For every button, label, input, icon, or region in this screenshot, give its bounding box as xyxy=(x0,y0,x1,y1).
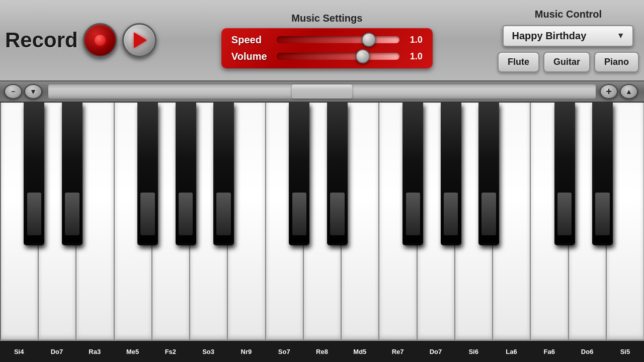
key-label-6: Nr9 xyxy=(227,348,265,355)
speed-row: Speed 1.0 xyxy=(231,34,423,46)
speed-label: Speed xyxy=(231,34,272,46)
speed-thumb[interactable] xyxy=(362,33,376,47)
key-label-16: Si5 xyxy=(606,348,644,355)
settings-title: Music Settings xyxy=(291,13,362,24)
key-label-1: Do7 xyxy=(38,348,75,355)
black-key-0[interactable] xyxy=(24,103,44,245)
key-label-12: Si6 xyxy=(455,348,493,355)
speed-slider[interactable] xyxy=(277,36,399,43)
record-section: Record xyxy=(5,23,156,57)
key-label-4: Fs2 xyxy=(151,348,189,355)
up-icon: ▲ xyxy=(625,87,632,96)
volume-label: Volume xyxy=(231,51,272,62)
black-key-6[interactable] xyxy=(327,103,348,245)
minus-icon: − xyxy=(11,87,15,96)
instrument-buttons: Flute Guitar Piano xyxy=(498,52,639,72)
black-key-7[interactable] xyxy=(403,103,423,245)
key-labels-bar: Si4Do7Ra3Me5Fs2So3Nr9So7Re8Md5Re7Do7Si6L… xyxy=(0,341,644,362)
key-label-11: Do7 xyxy=(417,348,454,355)
black-key-1[interactable] xyxy=(62,103,83,245)
black-key-4[interactable] xyxy=(213,103,234,245)
key-label-7: So7 xyxy=(265,348,303,355)
black-key-10[interactable] xyxy=(554,103,575,245)
volume-slider[interactable] xyxy=(277,53,399,60)
song-dropdown[interactable]: Happy Birthday ▼ xyxy=(503,25,633,47)
key-label-3: Me5 xyxy=(114,348,151,355)
play-icon xyxy=(134,32,147,48)
piano-keys xyxy=(0,103,644,341)
record-button[interactable] xyxy=(83,23,117,57)
black-key-11[interactable] xyxy=(592,103,613,245)
black-key-8[interactable] xyxy=(441,103,461,245)
key-label-15: Do6 xyxy=(568,348,606,355)
nav-minus-button[interactable]: − xyxy=(4,84,22,99)
key-label-8: Re8 xyxy=(303,348,341,355)
plus-icon: + xyxy=(606,86,612,98)
volume-row: Volume 1.0 xyxy=(231,51,423,62)
music-control: Music Control Happy Birthday ▼ Flute Gui… xyxy=(498,9,639,72)
play-button[interactable] xyxy=(122,23,156,57)
key-label-14: Fa6 xyxy=(530,348,568,355)
record-label: Record xyxy=(5,28,78,52)
key-label-0: Si4 xyxy=(0,348,38,355)
key-label-13: La6 xyxy=(493,348,530,355)
black-key-9[interactable] xyxy=(478,103,499,245)
music-settings: Music Settings Speed 1.0 Volume 1.0 xyxy=(156,13,498,68)
dropdown-arrow-icon: ▼ xyxy=(617,31,625,40)
key-label-10: Re7 xyxy=(379,348,417,355)
down-icon: ▼ xyxy=(30,87,37,96)
piano-container xyxy=(0,103,644,341)
key-label-5: So3 xyxy=(189,348,227,355)
top-bar: Record Music Settings Speed 1.0 Volume 1… xyxy=(0,0,644,80)
nav-down-button[interactable]: ▼ xyxy=(24,84,42,99)
speed-value: 1.0 xyxy=(405,35,423,45)
keyboard-nav: − ▼ + ▲ xyxy=(0,80,644,103)
nav-up-button[interactable]: ▲ xyxy=(620,84,638,99)
key-label-2: Ra3 xyxy=(76,348,114,355)
black-key-2[interactable] xyxy=(137,103,158,245)
scroll-thumb[interactable] xyxy=(292,84,352,99)
key-label-9: Md5 xyxy=(341,348,379,355)
nav-plus-button[interactable]: + xyxy=(600,84,618,99)
piano-button[interactable]: Piano xyxy=(594,52,639,72)
volume-value: 1.0 xyxy=(405,51,423,62)
keyboard-scrollbar[interactable] xyxy=(48,84,596,99)
settings-panel: Speed 1.0 Volume 1.0 xyxy=(221,28,433,68)
volume-thumb[interactable] xyxy=(356,49,370,63)
control-title: Music Control xyxy=(535,9,602,20)
flute-button[interactable]: Flute xyxy=(498,52,539,72)
black-key-3[interactable] xyxy=(176,103,196,245)
black-key-5[interactable] xyxy=(289,103,309,245)
guitar-button[interactable]: Guitar xyxy=(543,52,590,72)
song-name: Happy Birthday xyxy=(512,30,586,42)
